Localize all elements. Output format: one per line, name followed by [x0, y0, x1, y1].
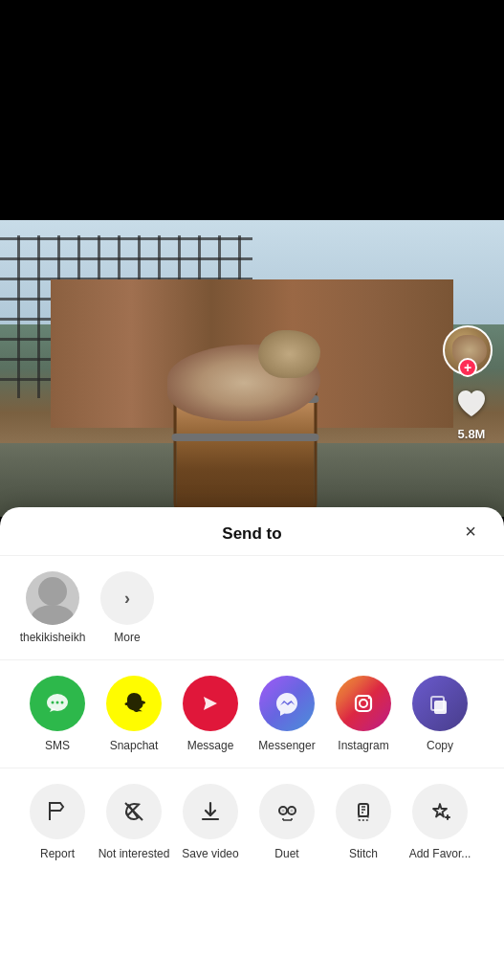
apps-row: SMS Snapchat Message — [0, 660, 504, 768]
contact-more-label: More — [114, 631, 140, 644]
stitch-icon — [336, 784, 391, 839]
not-interested-label: Not interested — [99, 847, 170, 862]
action-stitch[interactable]: Stitch — [325, 784, 402, 862]
like-count: 5.8M — [458, 427, 486, 441]
duet-icon — [259, 784, 315, 839]
profile-avatar[interactable]: + — [443, 325, 493, 375]
heart-icon — [450, 383, 493, 425]
save-video-label: Save video — [182, 847, 238, 862]
sheet-title: Send to — [222, 524, 281, 544]
capybara-head — [258, 330, 320, 378]
capybara-scene — [0, 220, 504, 517]
person-head-icon — [38, 577, 67, 606]
messenger-label: Messenger — [258, 739, 315, 752]
more-circle: › — [100, 571, 154, 625]
svg-point-17 — [291, 810, 294, 813]
action-report[interactable]: Report — [19, 784, 96, 862]
action-add-favorites[interactable]: Add Favor... — [402, 784, 478, 862]
person-body-icon — [32, 605, 74, 625]
contact-thekikisheikh[interactable]: thekikisheikh — [19, 571, 86, 644]
contact-name-thekikisheikh: thekikisheikh — [20, 631, 86, 644]
svg-point-7 — [368, 697, 371, 700]
contact-more[interactable]: › More — [94, 571, 161, 644]
action-save-video[interactable]: Save video — [172, 784, 249, 862]
report-icon — [30, 784, 85, 839]
duet-label: Duet — [274, 847, 298, 862]
message-icon — [183, 676, 238, 731]
svg-point-6 — [360, 700, 367, 707]
add-favorites-icon — [412, 784, 468, 839]
contacts-row: thekikisheikh › More — [0, 556, 504, 660]
sheet-header: Send to × — [0, 507, 504, 556]
svg-point-1 — [52, 702, 55, 704]
snapchat-label: Snapchat — [110, 739, 159, 752]
save-video-icon — [183, 784, 238, 839]
actions-row: Report Not interested Save video — [0, 768, 504, 878]
sms-icon — [30, 676, 85, 731]
app-sms[interactable]: SMS — [19, 676, 96, 752]
app-messenger[interactable]: Messenger — [249, 676, 325, 752]
not-interested-icon — [106, 784, 162, 839]
video-background — [0, 220, 504, 517]
snapchat-icon — [106, 676, 162, 731]
app-message[interactable]: Message — [172, 676, 249, 752]
like-button[interactable]: 5.8M — [450, 383, 493, 441]
messenger-icon — [259, 676, 315, 731]
app-instagram[interactable]: Instagram — [325, 676, 402, 752]
add-favorites-label: Add Favor... — [409, 847, 471, 862]
follow-button[interactable]: + — [458, 358, 477, 377]
app-copy[interactable]: Copy — [402, 676, 478, 752]
sms-label: SMS — [45, 739, 70, 752]
svg-rect-8 — [434, 701, 447, 714]
svg-marker-4 — [204, 697, 217, 710]
message-label: Message — [187, 739, 234, 752]
action-not-interested[interactable]: Not interested — [96, 784, 172, 862]
black-top-bar — [0, 0, 504, 220]
close-button[interactable]: × — [456, 517, 485, 546]
share-sheet: Send to × thekikisheikh › More — [0, 507, 504, 980]
copy-icon — [412, 676, 468, 731]
contact-avatar-thekikisheikh — [26, 571, 79, 625]
action-duet[interactable]: Duet — [249, 784, 325, 862]
svg-point-3 — [61, 702, 64, 704]
instagram-icon — [336, 676, 391, 731]
stitch-label: Stitch — [349, 847, 378, 862]
instagram-label: Instagram — [338, 739, 388, 752]
app-snapchat[interactable]: Snapchat — [96, 676, 172, 752]
svg-point-2 — [56, 702, 59, 704]
report-label: Report — [40, 847, 75, 862]
svg-point-16 — [282, 810, 285, 813]
copy-label: Copy — [427, 739, 453, 752]
capybara — [158, 325, 330, 421]
